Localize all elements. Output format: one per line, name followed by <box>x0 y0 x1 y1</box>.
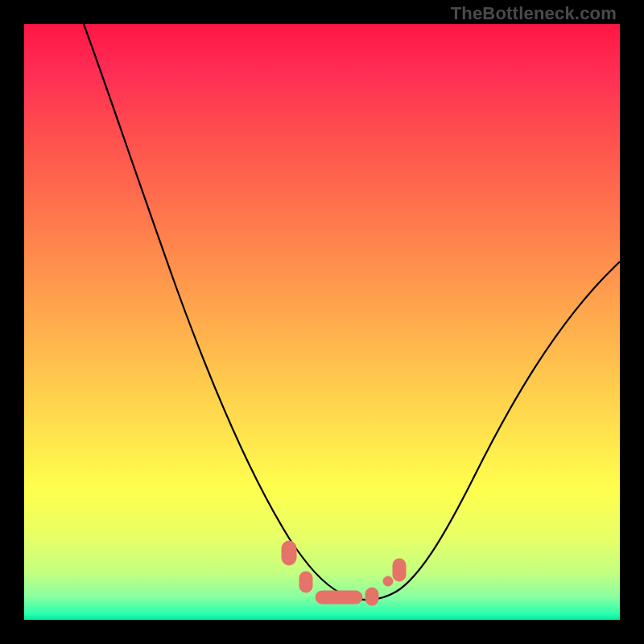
marker-bar <box>316 591 362 604</box>
marker-pill <box>365 588 378 605</box>
watermark-text: TheBottleneck.com <box>451 3 617 24</box>
marker-pill <box>299 572 312 592</box>
marker-pill <box>282 541 296 565</box>
chart-svg <box>24 24 620 620</box>
chart-plot-area <box>24 24 620 620</box>
marker-dot <box>383 576 393 586</box>
bottleneck-curve <box>84 24 620 600</box>
marker-pill <box>393 559 406 581</box>
chart-frame: TheBottleneck.com <box>0 0 644 644</box>
